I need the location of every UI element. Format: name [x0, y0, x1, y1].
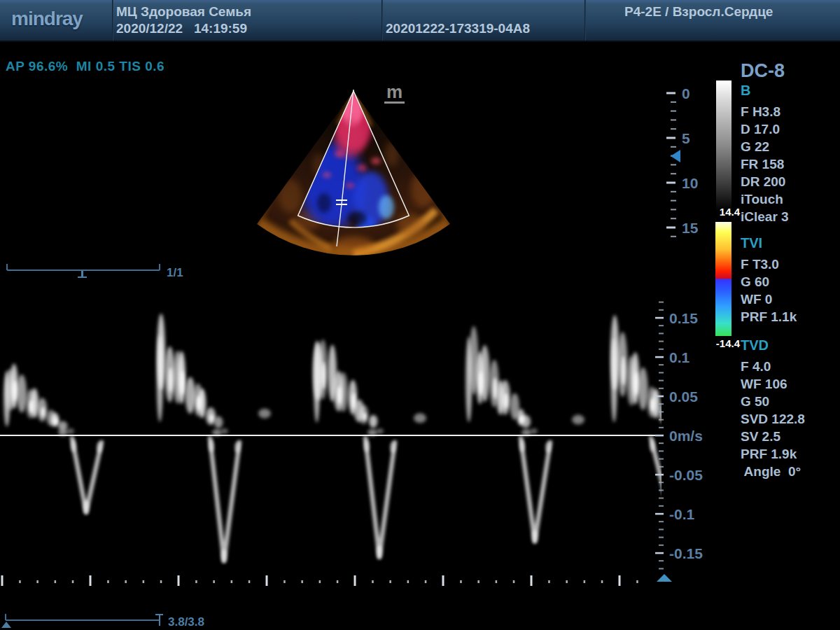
spectral-doppler-trace[interactable] — [0, 298, 662, 584]
b-mode-title: B — [741, 83, 840, 99]
velocity-label: -0.05 — [669, 467, 703, 483]
clinic-name: МЦ Здоровая Семья — [116, 4, 251, 20]
depth-scale: 051015 — [666, 85, 699, 237]
param-line: G 60 — [741, 273, 840, 290]
param-line: WF 0 — [741, 290, 840, 308]
image-scale-widget: 1/1 — [6, 264, 183, 279]
header-divider — [112, 0, 113, 41]
doppler-baseline — [0, 435, 662, 436]
param-line: PRF 1.1k — [741, 308, 840, 326]
color-scale-max: 14.4 — [704, 206, 740, 218]
ultrasound-screen: mindray МЦ Здоровая Семья 2020/12/22 14:… — [0, 0, 840, 630]
param-line: SVD 122.8 — [741, 410, 840, 428]
color-scale-bar — [715, 222, 732, 336]
param-line: F 4.0 — [741, 358, 840, 375]
b-mode-image[interactable] — [248, 70, 472, 262]
tvd-mode-title: TVD — [741, 337, 840, 354]
header-divider — [584, 0, 586, 41]
param-line: F T3.0 — [741, 255, 840, 273]
velocity-axis: 0.150.10.050m/s-0.05-0.1-0.15 — [655, 302, 703, 582]
param-line: FR 158 — [741, 155, 840, 173]
sweep-scale-label: 3.8/3.8 — [168, 615, 204, 629]
depth-label: 10 — [682, 175, 698, 191]
param-line: D 17.0 — [741, 120, 840, 138]
param-line: WF 106 — [741, 375, 840, 393]
param-line: F H3.8 — [741, 103, 840, 120]
color-scale-min: -14.4 — [700, 337, 740, 349]
focus-marker[interactable] — [671, 150, 680, 162]
image-scale-label: 1/1 — [167, 266, 183, 279]
param-line: PRF 1.9k — [741, 445, 840, 463]
tvi-mode-title: TVI — [741, 235, 840, 251]
tvd-params: F 4.0WF 106G 50SVD 122.8SV 2.5PRF 1.9k A… — [741, 358, 840, 480]
depth-label: 15 — [682, 220, 699, 236]
probe-preset: P4-2E / Взросл.Сердце — [624, 4, 773, 20]
param-line: G 22 — [741, 138, 840, 155]
acoustic-power-status: AP 96.6% MI 0.5 TIS 0.6 — [6, 59, 164, 74]
velocity-label: 0m/s — [669, 428, 703, 444]
velocity-label: 0.15 — [669, 310, 698, 326]
header-bar: mindray МЦ Здоровая Семья 2020/12/22 14:… — [0, 0, 840, 42]
param-line: DR 200 — [741, 173, 840, 190]
sweep-scale-widget: 3.8/3.8 — [1, 614, 204, 629]
param-line: G 50 — [741, 393, 840, 410]
header-divider — [382, 0, 383, 41]
b-mode-params: F H3.8D 17.0G 22FR 158DR 200iTouchiClear… — [741, 103, 840, 225]
system-model: DC-8 — [741, 60, 785, 82]
param-line: iClear 3 — [741, 208, 840, 225]
depth-label: 5 — [682, 130, 690, 146]
mindray-logo: mindray — [11, 8, 83, 30]
velocity-label: 0.05 — [669, 388, 698, 405]
tvi-params: F T3.0G 60WF 0PRF 1.1k — [741, 255, 840, 326]
exam-datetime: 2020/12/22 14:19:59 — [116, 21, 247, 36]
param-line: iTouch — [741, 190, 840, 208]
orientation-marker: m — [384, 83, 405, 104]
param-line: SV 2.5 — [741, 428, 840, 445]
velocity-label: -0.15 — [669, 545, 703, 561]
velocity-label: -0.1 — [669, 506, 695, 522]
velocity-label: 0.1 — [669, 349, 690, 365]
exam-id: 20201222-173319-04A8 — [386, 21, 530, 36]
param-line: Angle 0° — [741, 463, 840, 480]
grayscale-bar — [716, 80, 732, 211]
depth-label: 0 — [682, 85, 690, 102]
